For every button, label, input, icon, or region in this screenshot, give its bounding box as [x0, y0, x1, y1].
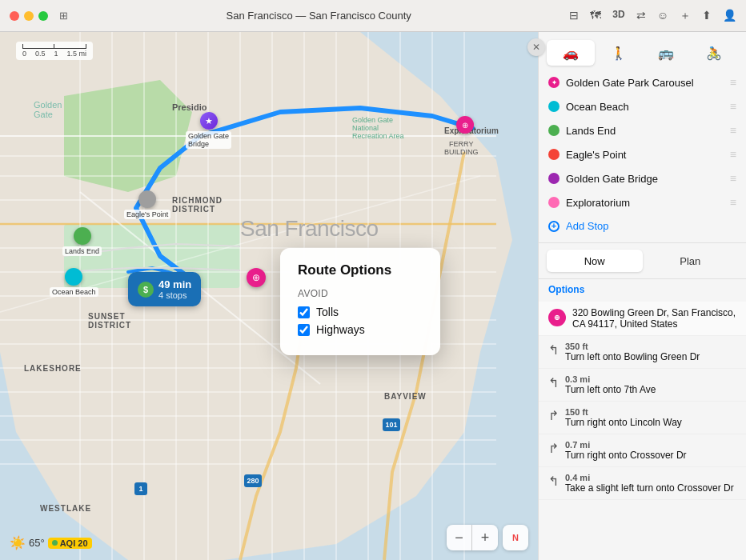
compass-button[interactable]: N: [503, 525, 528, 550]
tab-drive[interactable]: 🚗: [547, 40, 595, 66]
san-francisco-label: San Francisco: [240, 216, 378, 242]
stop-lands-end[interactable]: Lands End ≡: [539, 118, 746, 142]
drag-handle-bridge: ≡: [730, 172, 736, 185]
zoom-in-button[interactable]: +: [472, 525, 498, 550]
3d-button[interactable]: 3D: [612, 9, 624, 23]
step-3-instruction: Turn right onto Lincoln Way: [565, 417, 682, 428]
address-text: 320 Bowling Green Dr, San Francisco, CA …: [572, 307, 736, 330]
step-5: ↰ 0.4 mi Take a slight left turn onto Cr…: [539, 467, 746, 500]
arrow-right-3: ↱: [548, 408, 559, 423]
weather-widget: ☀️ 65° AQI 20: [10, 535, 92, 550]
share-icon[interactable]: ⬆: [702, 9, 712, 23]
map-controls: − + N: [447, 525, 528, 550]
highways-checkbox[interactable]: [298, 324, 310, 336]
step-3: ↱ 150 ft Turn right onto Lincoln Way: [539, 402, 746, 434]
drag-handle-ocean-beach: ≡: [730, 100, 736, 113]
options-label: Options: [539, 279, 746, 298]
tab-transit[interactable]: 🚌: [643, 40, 691, 66]
arrow-right-4: ↱: [548, 441, 559, 456]
exploratorium-pin: ⊕: [456, 116, 474, 134]
svg-rect-34: [244, 474, 262, 487]
eagles-point-pin: Eagle's Point: [124, 190, 170, 219]
stop-golden-gate-carousel[interactable]: ✦ Golden Gate Park Carousel ≡: [539, 70, 746, 94]
westlake-label: WESTLAKE: [40, 504, 91, 513]
stop-eagles-point[interactable]: Eagle's Point ≡: [539, 142, 746, 166]
step-4: ↱ 0.7 mi Turn right onto Crossover Dr: [539, 434, 746, 467]
step-5-dist: 0.4 mi: [565, 473, 734, 482]
step-address: ⊕ 320 Bowling Green Dr, San Francisco, C…: [539, 302, 746, 336]
stop-name-lands-end: Lands End: [566, 125, 724, 137]
start-pin: ⊕: [548, 309, 566, 326]
add-icon[interactable]: ＋: [680, 9, 691, 23]
step-3-dist: 150 ft: [565, 407, 682, 417]
face-icon[interactable]: ☺: [657, 9, 668, 23]
step-1-text: 350 ft Turn left onto Bowling Green Dr: [565, 342, 700, 362]
drag-handle-eagles-point: ≡: [730, 148, 736, 161]
step-5-text: 0.4 mi Take a slight left turn onto Cros…: [565, 473, 734, 494]
step-4-instruction: Turn right onto Crossover Dr: [565, 450, 687, 461]
step-4-dist: 0.7 mi: [565, 440, 687, 450]
golden-gate-bridge-pin: ★ Golden GateBridge: [186, 112, 231, 149]
minimize-button[interactable]: [24, 11, 34, 21]
plan-button[interactable]: Plan: [643, 250, 739, 272]
zoom-controls[interactable]: − +: [447, 525, 498, 550]
start-address: 320 Bowling Green Dr, San Francisco, CA …: [572, 307, 736, 330]
route-options-title: Route Options: [298, 262, 423, 278]
arrow-slight-left-5: ↰: [548, 474, 559, 489]
stop-dot-lands-end: [548, 125, 560, 136]
sidebar-icon[interactable]: ⊟: [569, 9, 579, 23]
tolls-checkbox[interactable]: [298, 306, 310, 318]
weather-icon: ☀️: [10, 535, 26, 550]
add-stop-button[interactable]: + Add Stop: [539, 214, 746, 238]
close-button[interactable]: [10, 11, 19, 21]
exploratorium-label: Exploratorium: [444, 126, 499, 135]
golden-gate-label: Golden Gate: [34, 100, 62, 119]
svg-text:1: 1: [138, 485, 142, 493]
aqi-label: AQI 20: [60, 538, 88, 548]
lands-end-pin: Lands End: [62, 227, 102, 256]
richmond-label: RICHMONDDISTRICT: [172, 196, 223, 214]
stop-dot-exploratorium: [548, 197, 560, 208]
account-icon[interactable]: 👤: [723, 9, 736, 23]
stop-name-exploratorium: Exploratorium: [566, 197, 724, 209]
arrow-left-2: ↰: [548, 375, 559, 390]
step-2-instruction: Turn left onto 7th Ave: [565, 384, 656, 395]
svg-rect-36: [383, 418, 400, 431]
stop-golden-gate-bridge[interactable]: Golden Gate Bridge ≡: [539, 166, 746, 190]
bayview-label: BAYVIEW: [384, 392, 427, 401]
stop-exploratorium[interactable]: Exploratorium ≡: [539, 190, 746, 214]
stop-dot-eagles-point: [548, 149, 560, 160]
tolls-label: Tolls: [316, 306, 339, 318]
maximize-button[interactable]: [38, 11, 48, 21]
add-stop-label: Add Stop: [566, 220, 609, 232]
map-area[interactable]: 280 101 1 00.511.5 mi San Francisco Pres…: [0, 32, 538, 560]
step-5-instruction: Take a slight left turn onto Crossover D…: [565, 482, 734, 494]
zoom-out-button[interactable]: −: [447, 525, 472, 550]
tolls-option[interactable]: Tolls: [298, 306, 423, 318]
stop-ocean-beach[interactable]: Ocean Beach ≡: [539, 94, 746, 118]
titlebar: ⊞ San Francisco — San Francisco County ⊟…: [0, 0, 746, 32]
traffic-icon[interactable]: ⇄: [636, 9, 646, 23]
tab-walk[interactable]: 🚶: [595, 40, 643, 66]
stop-dot-bridge: [548, 173, 560, 184]
lakeshore-label: LAKESHORE: [24, 364, 82, 373]
traffic-lights: [10, 11, 48, 21]
drag-handle-carousel: ≡: [730, 76, 736, 89]
highways-option[interactable]: Highways: [298, 323, 423, 336]
step-1-dist: 350 ft: [565, 342, 700, 351]
stop-name-ocean-beach: Ocean Beach: [566, 101, 724, 113]
map-type-icon[interactable]: 🗺: [590, 9, 601, 23]
now-button[interactable]: Now: [547, 250, 643, 272]
panel-close-button[interactable]: ✕: [527, 38, 545, 56]
carousel-pin: ⊕: [247, 268, 266, 287]
add-stop-icon: +: [548, 221, 560, 232]
route-time-badge: $ 49 min 4 stops: [128, 272, 201, 306]
step-2-text: 0.3 mi Turn left onto 7th Ave: [565, 374, 656, 395]
temperature: 65°: [29, 537, 45, 549]
transport-tabs: 🚗 🚶 🚌 🚴: [539, 32, 746, 66]
tab-bike[interactable]: 🚴: [690, 40, 738, 66]
stop-name-bridge: Golden Gate Bridge: [566, 173, 724, 185]
step-1-instruction: Turn left onto Bowling Green Dr: [565, 351, 700, 362]
scale-bar: 00.511.5 mi: [16, 42, 93, 60]
toll-icon: $: [138, 282, 154, 298]
